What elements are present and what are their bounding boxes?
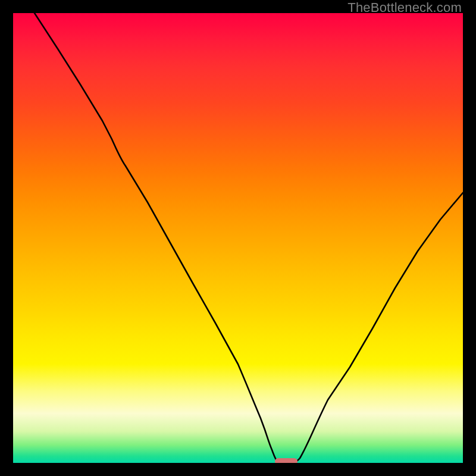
curve-path bbox=[35, 13, 463, 462]
bottleneck-curve bbox=[13, 13, 463, 463]
optimal-marker bbox=[275, 458, 298, 463]
plot-area bbox=[13, 13, 463, 463]
watermark-text: TheBottleneck.com bbox=[347, 0, 462, 15]
chart-frame: TheBottleneck.com bbox=[0, 0, 476, 476]
